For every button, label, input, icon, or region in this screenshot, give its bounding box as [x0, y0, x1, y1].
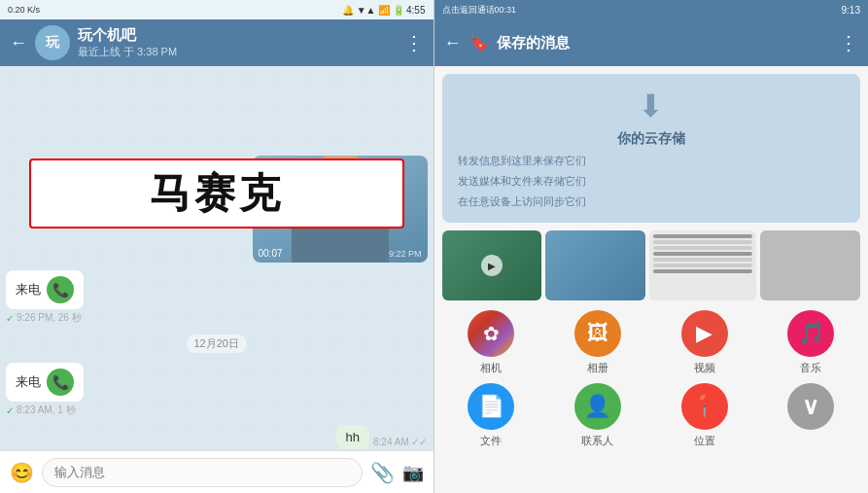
incoming-call-2: 来电 📞 ✓ 8:23 AM, 1 秒 [6, 363, 428, 417]
call-bubble: 来电 📞 [6, 270, 84, 309]
call-status-text[interactable]: 点击返回通话00:31 [442, 4, 517, 17]
mosaic-text: 马赛克 [150, 166, 284, 221]
cloud-download-icon: ⬇ [638, 88, 664, 124]
cloud-bullet-1: 转发信息到这里来保存它们 [458, 154, 586, 168]
right-back-button[interactable]: ← [444, 33, 462, 53]
app-music[interactable]: 🎵 音乐 [776, 310, 846, 375]
saved-messages-header: ← 🔖 保存的消息 ⋮ [434, 19, 869, 66]
call-content: 来电 📞 ✓ 9:26 PM, 26 秒 [6, 270, 84, 325]
phone2-icon[interactable]: 📞 [47, 369, 74, 396]
gray-thumb[interactable] [760, 230, 860, 300]
music-app-label: 音乐 [800, 361, 821, 375]
app-grid: ✿ 相机 🖼 相册 ▶ 视频 🎵 音乐 [434, 300, 869, 458]
app-row-2: 📄 文件 👤 联系人 📍 位置 ∨ [442, 383, 861, 448]
file-app-label: 文件 [480, 434, 502, 448]
call2-label: 来电 [16, 373, 41, 391]
network-speed: 0.20 K/s [8, 5, 40, 15]
doc-line-6 [653, 264, 753, 267]
checkmark2-icon: ✓ [6, 405, 14, 416]
chat-messages: ▶ 00:09 9:22 PM 马赛克 00:07 9:22 PM 来电 � [0, 66, 434, 450]
chat-subtitle: 最近上线 于 3:38 PM [78, 45, 397, 59]
doc-line-7 [653, 269, 753, 273]
call2-content: 来电 📞 ✓ 8:23 AM, 1 秒 [6, 363, 84, 417]
doc-line-1 [653, 234, 753, 238]
bookmark-icon: 🔖 [469, 34, 489, 53]
doc-line-5 [653, 258, 753, 262]
cloud-bullet-3: 在任意设备上访问同步它们 [458, 194, 586, 209]
hh-meta: 8:24 AM ✓✓ [373, 437, 427, 447]
chat-header-info: 玩个机吧 最近上线 于 3:38 PM [78, 26, 397, 59]
location-app-label: 位置 [694, 434, 715, 448]
app-file[interactable]: 📄 文件 [456, 383, 526, 448]
file-app-icon: 📄 [468, 383, 514, 430]
back-button[interactable]: ← [10, 33, 27, 53]
thumb-image [545, 230, 645, 300]
video-thumb-1[interactable]: ▶ [442, 230, 542, 300]
incoming-call-1: 来电 📞 ✓ 9:26 PM, 26 秒 [6, 270, 428, 325]
cloud-storage-card: ⬇ 你的云存储 转发信息到这里来保存它们 发送媒体和文件来存储它们 在任意设备上… [442, 74, 861, 223]
thumb-play-icon[interactable]: ▶ [481, 255, 503, 276]
right-header-info: 保存的消息 [497, 34, 832, 53]
gallery-app-label: 相册 [587, 361, 608, 375]
status-bar-left: 0.20 K/s 🔔 ▼▲ 📶 🔋 4:55 [0, 0, 434, 19]
face-video-ts: 9:22 PM [389, 249, 422, 259]
chat-header-left: ← 玩 玩个机吧 最近上线 于 3:38 PM ⋮ [0, 19, 434, 66]
message-input[interactable] [42, 458, 363, 487]
more-options-button[interactable]: ⋮ [404, 31, 424, 54]
status-bar-right: 点击返回通话00:31 9:13 [434, 0, 869, 19]
app-contact[interactable]: 👤 联系人 [563, 383, 633, 448]
image-thumb-1[interactable] [545, 230, 645, 300]
left-phone: 0.20 K/s 🔔 ▼▲ 📶 🔋 4:55 ← 玩 玩个机吧 最近上线 于 3… [0, 0, 434, 493]
media-thumbnails: ▶ [442, 230, 861, 300]
contact-app-icon: 👤 [574, 383, 621, 430]
camera-app-icon: ✿ [468, 310, 514, 357]
right-more-button[interactable]: ⋮ [839, 31, 858, 54]
video-app-label: 视频 [694, 361, 715, 375]
contact-app-label: 联系人 [581, 434, 613, 448]
app-location[interactable]: 📍 位置 [670, 383, 740, 448]
face-video-duration: 00:07 [259, 248, 283, 259]
emoji-button[interactable]: 😊 [10, 461, 34, 484]
doc-line-2 [653, 240, 753, 244]
date-separator: 12月20日 [187, 335, 247, 353]
more-app-icon: ∨ [787, 383, 834, 430]
music-app-icon: 🎵 [787, 310, 834, 357]
attach-button[interactable]: 📎 [370, 461, 395, 484]
cloud-title: 你的云存储 [617, 130, 685, 148]
location-app-icon: 📍 [681, 383, 728, 430]
phone-icon[interactable]: 📞 [47, 276, 74, 303]
app-video[interactable]: ▶ 视频 [670, 310, 740, 375]
call2-bubble: 来电 📞 [6, 363, 84, 402]
saved-messages-title: 保存的消息 [497, 34, 832, 53]
gallery-app-icon: 🖼 [574, 310, 621, 357]
call-label: 来电 [16, 281, 41, 299]
input-bar: 😊 📎 📷 [0, 450, 434, 493]
mosaic-overlay: 马赛克 [29, 158, 404, 229]
app-camera[interactable]: ✿ 相机 [456, 310, 526, 375]
gray-thumb-bg [760, 230, 860, 300]
chat-title: 玩个机吧 [78, 26, 397, 45]
video-app-icon: ▶ [681, 310, 728, 357]
app-gallery[interactable]: 🖼 相册 [563, 310, 633, 375]
app-row-1: ✿ 相机 🖼 相册 ▶ 视频 🎵 音乐 [442, 310, 861, 375]
doc-line-3 [653, 246, 753, 250]
checkmark-icon: ✓ [6, 313, 14, 324]
right-phone: 点击返回通话00:31 9:13 ← 🔖 保存的消息 ⋮ ⬇ 你的云存储 转发信… [434, 0, 869, 493]
right-time: 9:13 [842, 5, 860, 16]
camera-button[interactable]: 📷 [402, 462, 424, 483]
chat-avatar: 玩 [35, 25, 70, 60]
hh-bubble: hh [336, 425, 369, 449]
cloud-bullet-2: 发送媒体和文件来存储它们 [458, 174, 586, 189]
camera-app-label: 相机 [480, 361, 502, 375]
app-more[interactable]: ∨ [776, 383, 846, 448]
status-icons: 🔔 ▼▲ 📶 🔋 4:55 [342, 5, 426, 16]
doc-thumb-1[interactable] [649, 230, 757, 300]
doc-line-4 [653, 252, 753, 256]
call-meta: ✓ 9:26 PM, 26 秒 [6, 311, 84, 325]
hh-message: 8:24 AM ✓✓ hh [6, 425, 428, 449]
call2-meta: ✓ 8:23 AM, 1 秒 [6, 404, 84, 417]
